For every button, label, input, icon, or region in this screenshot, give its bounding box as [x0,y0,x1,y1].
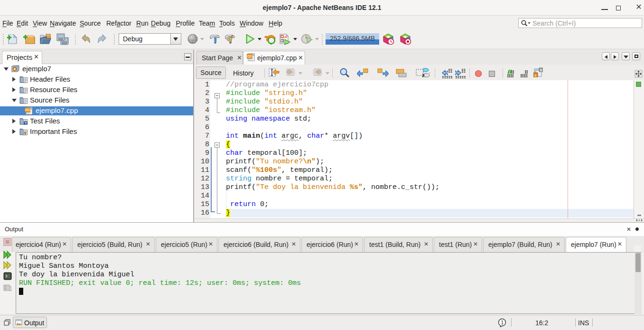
svg-text:c: c [534,73,537,77]
svg-text:T: T [25,122,27,125]
svg-text:CC: CC [25,108,30,112]
svg-text:h: h [540,68,542,72]
svg-text:1: 1 [501,320,504,325]
svg-text:3: 3 [281,39,283,42]
svg-text:CC: CC [247,55,252,58]
